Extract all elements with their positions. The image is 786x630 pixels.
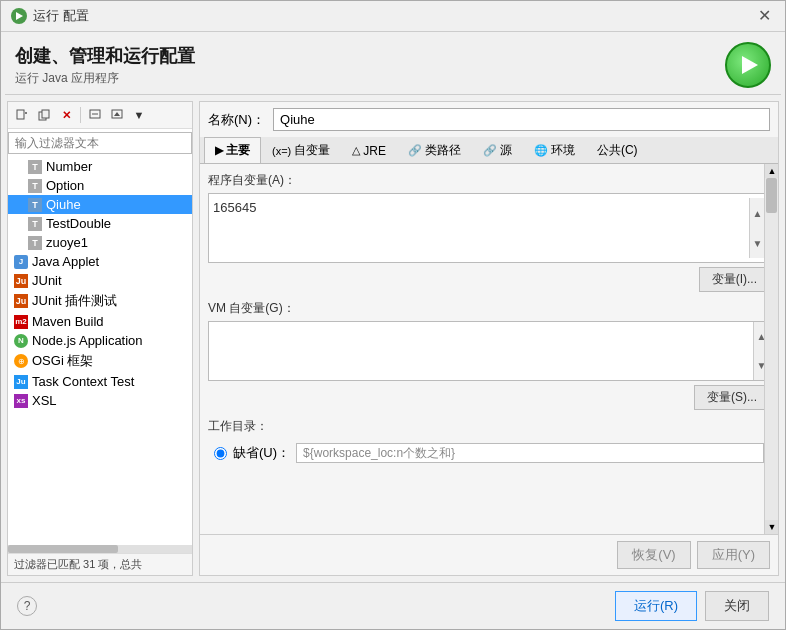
help-icon[interactable]: ? xyxy=(17,596,37,616)
tree-item-maven[interactable]: m2 Maven Build xyxy=(8,312,192,331)
main-content: ✕ ▼ T Number T Option xyxy=(1,95,785,582)
duplicate-button[interactable] xyxy=(34,105,54,125)
java-applet-item-label: Java Applet xyxy=(32,254,99,269)
tree-item-qiuhe[interactable]: T Qiuhe xyxy=(8,195,192,214)
filter-input[interactable] xyxy=(8,132,192,154)
program-args-variable-button[interactable]: 变量(I)... xyxy=(699,267,770,292)
tab-main[interactable]: ▶ 主要 xyxy=(204,137,261,163)
run-icon[interactable] xyxy=(725,42,771,88)
program-args-btn-row: 变量(I)... xyxy=(208,267,770,292)
xsl-item-label: XSL xyxy=(32,393,57,408)
number-item-icon: T xyxy=(28,160,42,174)
testdouble-item-label: TestDouble xyxy=(46,216,111,231)
horizontal-scrollbar[interactable] xyxy=(8,545,192,553)
vm-args-btn-row: 变量(S)... xyxy=(208,385,770,410)
testdouble-item-icon: T xyxy=(28,217,42,231)
run-triangle-icon xyxy=(742,56,758,74)
vm-args-variable-button[interactable]: 变量(S)... xyxy=(694,385,770,410)
tab-args-label: 自变量 xyxy=(294,142,330,159)
tree-item-junit[interactable]: Ju JUnit xyxy=(8,271,192,290)
vm-args-label: VM 自变量(G)： xyxy=(208,300,770,317)
tab-common[interactable]: 公共(C) xyxy=(586,137,649,163)
close-button[interactable]: 关闭 xyxy=(705,591,769,621)
restore-button[interactable]: 恢复(V) xyxy=(617,541,690,569)
tree-item-xsl[interactable]: xs XSL xyxy=(8,391,192,410)
header-title: 创建、管理和运行配置 xyxy=(15,44,195,68)
xsl-item-icon: xs xyxy=(14,394,28,408)
scroll-down-icon[interactable]: ▼ xyxy=(750,228,765,258)
import-button[interactable] xyxy=(107,105,127,125)
tabs-row: ▶ 主要 (x=) 自变量 △ JRE 🔗 类路径 🔗 源 xyxy=(200,137,778,164)
zuoye1-item-icon: T xyxy=(28,236,42,250)
export-button[interactable] xyxy=(85,105,105,125)
close-icon[interactable]: ✕ xyxy=(754,8,775,24)
name-label: 名称(N)： xyxy=(208,111,265,129)
tree-item-zuoye1[interactable]: T zuoye1 xyxy=(8,233,192,252)
vm-args-box[interactable]: ▲ ▼ xyxy=(208,321,770,381)
tree-item-testdouble[interactable]: T TestDouble xyxy=(8,214,192,233)
program-args-box: 165645 ▲ ▼ xyxy=(208,193,770,263)
tab-env-label: 环境 xyxy=(551,142,575,159)
apply-button[interactable]: 应用(Y) xyxy=(697,541,770,569)
scroll-top-icon[interactable]: ▲ xyxy=(765,164,778,178)
tree-item-java-applet[interactable]: J Java Applet xyxy=(8,252,192,271)
tab-source[interactable]: 🔗 源 xyxy=(472,137,523,163)
scroll-bottom-icon[interactable]: ▼ xyxy=(765,520,778,534)
tab-env[interactable]: 🌐 环境 xyxy=(523,137,586,163)
header-section: 创建、管理和运行配置 运行 Java 应用程序 xyxy=(1,32,785,94)
option-item-label: Option xyxy=(46,178,84,193)
delete-button[interactable]: ✕ xyxy=(56,105,76,125)
toolbar-separator xyxy=(80,107,81,123)
left-panel: ✕ ▼ T Number T Option xyxy=(7,101,193,576)
run-button[interactable]: 运行(R) xyxy=(615,591,697,621)
tab-args[interactable]: (x=) 自变量 xyxy=(261,137,341,163)
name-row: 名称(N)： xyxy=(200,102,778,137)
right-panel: 名称(N)： ▶ 主要 (x=) 自变量 △ JRE 🔗 类路径 xyxy=(199,101,779,576)
nodejs-item-label: Node.js Application xyxy=(32,333,143,348)
name-input[interactable] xyxy=(273,108,770,131)
tree-item-task[interactable]: Ju Task Context Test xyxy=(8,372,192,391)
main-tab-icon: ▶ xyxy=(215,144,223,157)
tab-jre[interactable]: △ JRE xyxy=(341,139,397,162)
svg-marker-9 xyxy=(114,112,120,116)
footer: ? 运行(R) 关闭 xyxy=(1,582,785,629)
task-item-icon: Ju xyxy=(14,375,28,389)
title-icon xyxy=(11,8,27,24)
zuoye1-item-label: zuoye1 xyxy=(46,235,88,250)
left-toolbar: ✕ ▼ xyxy=(8,102,192,129)
run-config-dialog: 运行 配置 ✕ 创建、管理和运行配置 运行 Java 应用程序 ✕ xyxy=(0,0,786,630)
tree-item-junit-plugin[interactable]: Ju JUnit 插件测试 xyxy=(8,290,192,312)
header-subtitle: 运行 Java 应用程序 xyxy=(15,70,195,87)
scroll-thumb xyxy=(8,545,118,553)
right-scrollbar[interactable]: ▲ ▼ xyxy=(764,164,778,534)
tab-common-label: 公共(C) xyxy=(597,142,638,159)
junit-plugin-item-label: JUnit 插件测试 xyxy=(32,292,117,310)
scroll-track xyxy=(765,178,778,520)
maven-item-icon: m2 xyxy=(14,315,28,329)
tab-source-label: 源 xyxy=(500,142,512,159)
tab-classpath[interactable]: 🔗 类路径 xyxy=(397,137,472,163)
new-config-button[interactable] xyxy=(12,105,32,125)
java-applet-item-icon: J xyxy=(14,255,28,269)
vm-args-input[interactable] xyxy=(209,322,753,380)
svg-marker-0 xyxy=(16,12,23,20)
tree-item-osgi[interactable]: ⊕ OSGi 框架 xyxy=(8,350,192,372)
scroll-thumb-v xyxy=(766,178,777,213)
scroll-up-icon[interactable]: ▲ xyxy=(750,198,765,228)
dropdown-button[interactable]: ▼ xyxy=(129,105,149,125)
program-args-scrollbar[interactable]: ▲ ▼ xyxy=(749,198,765,258)
workdir-section: 工作目录： 缺省(U)： xyxy=(208,418,770,467)
junit-item-label: JUnit xyxy=(32,273,62,288)
workdir-default-radio[interactable] xyxy=(214,447,227,460)
workdir-label: 工作目录： xyxy=(208,418,770,435)
tab-content: 程序自变量(A)： 165645 ▲ ▼ 变量(I)... VM 自变量(G)： xyxy=(200,164,778,534)
env-tab-icon: 🌐 xyxy=(534,144,548,157)
tab-main-label: 主要 xyxy=(226,142,250,159)
tree-item-nodejs[interactable]: N Node.js Application xyxy=(8,331,192,350)
program-args-value[interactable]: 165645 xyxy=(213,198,749,258)
tree-item-number[interactable]: T Number xyxy=(8,157,192,176)
tab-classpath-label: 类路径 xyxy=(425,142,461,159)
tree-item-option[interactable]: T Option xyxy=(8,176,192,195)
workdir-default-input[interactable] xyxy=(296,443,764,463)
filter-status: 过滤器已匹配 31 项，总共 xyxy=(8,553,192,575)
